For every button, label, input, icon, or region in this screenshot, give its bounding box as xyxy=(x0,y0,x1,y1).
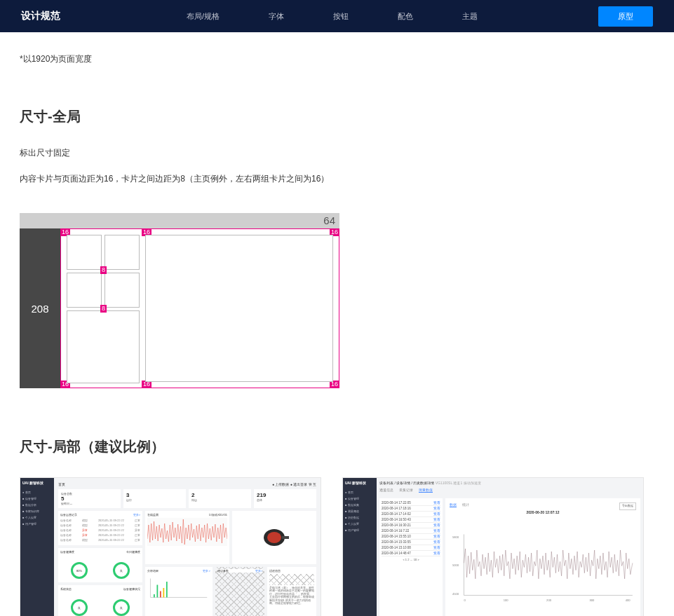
svg-rect-5 xyxy=(154,594,155,596)
svg-rect-7 xyxy=(160,591,161,597)
section-global-title: 尺寸-全局 xyxy=(20,107,654,126)
gap-8a: 8 xyxy=(100,266,107,274)
svg-rect-9 xyxy=(166,582,168,597)
nav-item-button[interactable]: 按钮 xyxy=(333,11,349,22)
site-title: 设计规范 xyxy=(21,10,60,22)
topbar-height-label: 64 xyxy=(323,214,335,226)
mock1-page-title: 首页 xyxy=(58,482,65,486)
prototype-button[interactable]: 原型 xyxy=(598,6,653,27)
section-local-title: 尺寸-局部（建议比例） xyxy=(20,437,654,456)
mock-dashboard: UAI 新智科技 ● 首页 ■ 设备管理 ■ 数据分析 ■ 专家知识库 ■ 个人… xyxy=(20,477,321,616)
svg-text:4500: 4500 xyxy=(452,592,459,596)
section-global-p2: 内容卡片与页面边距为16，卡片之间边距为8（主页例外，左右两组卡片之间为16） xyxy=(20,173,654,185)
mock-history: UAI 新智科技 ● 首页 ■ 设备管理 ■ 数据采集 ■ 测量频道 ■ 历史数… xyxy=(342,477,644,616)
mock1-logo: UAI 新智科技 xyxy=(22,481,52,485)
svg-text:400: 400 xyxy=(626,598,631,602)
nav-item-layout[interactable]: 布局/规格 xyxy=(187,11,220,22)
width-note: *以1920为页面宽度 xyxy=(20,53,654,65)
svg-text:200: 200 xyxy=(546,598,552,602)
sidebar-width-label: 208 xyxy=(31,303,48,315)
nav-item-theme[interactable]: 主题 xyxy=(462,11,478,22)
svg-text:100: 100 xyxy=(504,598,509,602)
gap-8b: 8 xyxy=(100,305,107,313)
svg-rect-6 xyxy=(156,584,158,597)
navbar: 设计规范 布局/规格 字体 按钮 配色 主题 原型 xyxy=(0,0,674,32)
nav-item-color[interactable]: 配色 xyxy=(398,11,413,22)
export-button[interactable]: 导出数据 xyxy=(619,502,636,510)
nav-menu: 布局/规格 字体 按钮 配色 主题 xyxy=(187,11,478,22)
svg-text:5000: 5000 xyxy=(452,564,459,568)
section-global-p1: 标出尺寸固定 xyxy=(20,147,654,159)
svg-text:0: 0 xyxy=(464,598,466,602)
page-content: *以1920为页面宽度 尺寸-全局 标出尺寸固定 内容卡片与页面边距为16，卡片… xyxy=(0,32,674,616)
svg-text:300: 300 xyxy=(590,598,595,602)
layout-diagram: 64 208 16 16 16 16 16 16 8 8 xyxy=(20,213,339,388)
svg-rect-8 xyxy=(163,588,164,597)
svg-point-1 xyxy=(267,532,281,543)
waveform-chart: 5800 5000 4500 0 100 200 300 400 xyxy=(450,516,636,616)
nav-item-font[interactable]: 字体 xyxy=(269,11,284,22)
mock1-sidebar: UAI 新智科技 ● 首页 ■ 设备管理 ■ 数据分析 ■ 专家知识库 ■ 个人… xyxy=(20,478,54,616)
svg-rect-2 xyxy=(282,536,289,539)
svg-text:5800: 5800 xyxy=(452,535,459,539)
product-image-icon xyxy=(257,523,292,552)
